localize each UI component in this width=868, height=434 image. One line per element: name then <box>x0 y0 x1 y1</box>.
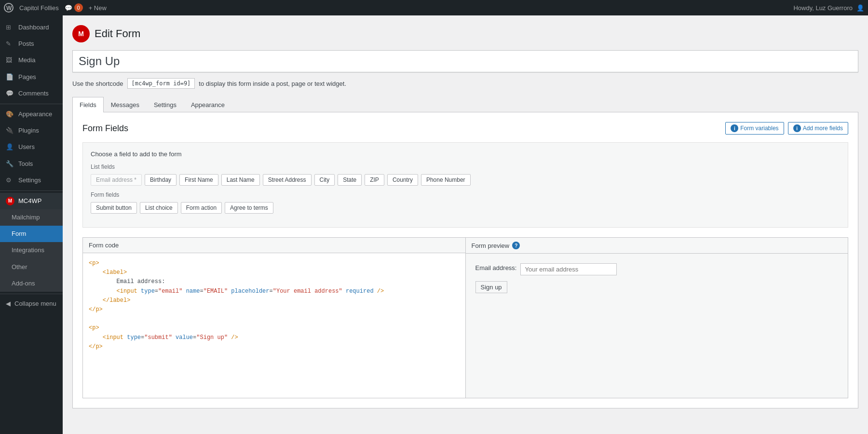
list-fields-label: List fields <box>91 163 840 170</box>
sidebar-item-tools[interactable]: 🔧 Tools <box>0 156 63 172</box>
howdy-text: Howdy, Luz Guerroro 👤 <box>793 4 864 12</box>
pages-icon: 📄 <box>6 73 14 81</box>
sidebar-item-other[interactable]: Other <box>0 259 63 275</box>
sidebar-item-dashboard[interactable]: ⊞ Dashboard <box>0 19 63 36</box>
posts-icon: ✎ <box>6 40 14 48</box>
dashboard-icon: ⊞ <box>6 23 14 32</box>
sidebar-separator-3 <box>0 294 63 294</box>
main-content: M Edit Form Use the shortcode [mc4wp_for… <box>63 15 868 434</box>
field-tag-state[interactable]: State <box>338 174 362 186</box>
mc4wp-icon: M <box>6 197 14 205</box>
tab-appearance[interactable]: Appearance <box>184 97 232 112</box>
add-more-fields-button[interactable]: i Add more fields <box>788 122 848 135</box>
tab-messages[interactable]: Messages <box>104 97 147 112</box>
tab-content: Form Fields i Form variables i Add more … <box>72 112 858 408</box>
sidebar-item-integrations[interactable]: Integrations <box>0 242 63 258</box>
field-chooser: Choose a field to add to the form List f… <box>82 142 848 228</box>
edit-form-header: M Edit Form <box>72 25 858 42</box>
sidebar-item-form[interactable]: Form <box>0 226 63 242</box>
field-tag-submit-button[interactable]: Submit button <box>91 202 137 214</box>
sidebar-item-addons[interactable]: Add-ons <box>0 275 63 292</box>
sidebar-separator-1 <box>0 104 63 104</box>
code-section-header: Form code <box>83 238 465 253</box>
mc4wp-logo: M <box>72 25 90 42</box>
shortcode-row: Use the shortcode [mc4wp_form id=9] to d… <box>72 78 858 89</box>
sidebar-item-mailchimp[interactable]: Mailchimp <box>0 209 63 226</box>
form-code-editor[interactable]: <p> <label> Email address: <input type="… <box>83 253 465 398</box>
field-tag-form-action[interactable]: Form action <box>181 202 222 214</box>
code-section: Form code <p> <label> Email address: <in… <box>83 238 466 398</box>
preview-section-header: Form preview ? <box>466 238 848 254</box>
new-button[interactable]: + New <box>89 4 107 12</box>
tab-settings[interactable]: Settings <box>147 97 184 112</box>
media-icon: 🖼 <box>6 56 14 65</box>
shortcode-value[interactable]: [mc4wp_form id=9] <box>127 78 195 89</box>
sidebar-item-posts[interactable]: ✎ Posts <box>0 36 63 52</box>
form-fields-label: Form fields <box>91 191 840 198</box>
preview-section: Form preview ? Email address: Sign up <box>466 238 848 398</box>
comments-sidebar-icon: 💬 <box>6 89 14 98</box>
collapse-icon: ◀ <box>6 300 11 307</box>
plugins-icon: 🔌 <box>6 126 14 135</box>
site-name[interactable]: Capitol Follies <box>19 4 59 12</box>
preview-email-label: Email address: <box>475 264 517 271</box>
field-tag-phone-number[interactable]: Phone Number <box>421 174 471 186</box>
sidebar-item-appearance[interactable]: 🎨 Appearance <box>0 106 63 122</box>
collapse-menu-button[interactable]: ◀ Collapse menu <box>0 296 63 311</box>
field-tag-zip[interactable]: ZIP <box>365 174 384 186</box>
appearance-icon: 🎨 <box>6 110 14 119</box>
sidebar-item-users[interactable]: 👤 Users <box>0 139 63 155</box>
field-tag-country[interactable]: Country <box>387 174 418 186</box>
field-tag-agree-to-terms[interactable]: Agree to terms <box>225 202 273 214</box>
form-variables-info-icon: i <box>731 124 738 132</box>
sidebar-item-pages[interactable]: 📄 Pages <box>0 69 63 85</box>
comment-icon: 💬 <box>65 4 72 12</box>
field-tag-birthday[interactable]: Birthday <box>145 174 176 186</box>
field-tag-last-name[interactable]: Last Name <box>221 174 260 186</box>
sidebar: ⊞ Dashboard ✎ Posts 🖼 Media 📄 Pages 💬 Co… <box>0 15 63 434</box>
field-tag-first-name[interactable]: First Name <box>179 174 218 186</box>
comments-count: 0 <box>74 3 83 12</box>
form-fields-group: Form fields Submit button List choice Fo… <box>91 191 840 214</box>
code-preview-area: Form code <p> <label> Email address: <in… <box>82 237 848 398</box>
form-field-tags: Submit button List choice Form action Ag… <box>91 202 840 214</box>
form-variables-button[interactable]: i Form variables <box>725 122 784 135</box>
field-tag-street-address[interactable]: Street Address <box>263 174 312 186</box>
wp-logo-icon[interactable]: W <box>4 3 14 13</box>
preview-info-icon: ? <box>512 242 520 249</box>
form-fields-section-title: Form Fields i Form variables i Add more … <box>82 122 848 135</box>
preview-email-row: Email address: <box>475 263 839 275</box>
form-preview: Email address: Sign up <box>466 254 848 303</box>
form-name-input[interactable] <box>72 50 858 72</box>
sidebar-item-plugins[interactable]: 🔌 Plugins <box>0 122 63 139</box>
preview-submit-button[interactable]: Sign up <box>475 281 507 293</box>
settings-icon: ⚙ <box>6 176 14 185</box>
comments-button[interactable]: 💬 0 <box>65 3 83 12</box>
sidebar-separator-2 <box>0 190 63 191</box>
users-icon: 👤 <box>6 143 14 151</box>
svg-text:W: W <box>6 5 12 12</box>
page-title: Edit Form <box>95 27 140 40</box>
user-avatar-icon: 👤 <box>856 4 864 12</box>
tools-icon: 🔧 <box>6 160 14 168</box>
tab-fields[interactable]: Fields <box>72 97 104 112</box>
add-more-fields-info-icon: i <box>793 124 801 132</box>
admin-bar: W Capitol Follies 💬 0 + New Howdy, Luz G… <box>0 0 868 15</box>
sidebar-item-mc4wp[interactable]: M MC4WP <box>0 193 63 209</box>
form-tabs: Fields Messages Settings Appearance <box>72 96 858 112</box>
mc4wp-submenu: Mailchimp Form Integrations Other Add-on… <box>0 209 63 292</box>
list-field-tags: Email address * Birthday First Name Last… <box>91 174 840 186</box>
field-tag-list-choice[interactable]: List choice <box>140 202 178 214</box>
list-fields-group: List fields Email address * Birthday Fir… <box>91 163 840 186</box>
sidebar-item-settings[interactable]: ⚙ Settings <box>0 172 63 189</box>
field-tag-email[interactable]: Email address * <box>91 174 142 186</box>
sidebar-item-comments[interactable]: 💬 Comments <box>0 85 63 102</box>
preview-email-input[interactable] <box>520 263 617 275</box>
field-chooser-title: Choose a field to add to the form <box>91 150 840 158</box>
field-tag-city[interactable]: City <box>314 174 335 186</box>
sidebar-item-media[interactable]: 🖼 Media <box>0 52 63 68</box>
section-actions: i Form variables i Add more fields <box>725 122 848 135</box>
